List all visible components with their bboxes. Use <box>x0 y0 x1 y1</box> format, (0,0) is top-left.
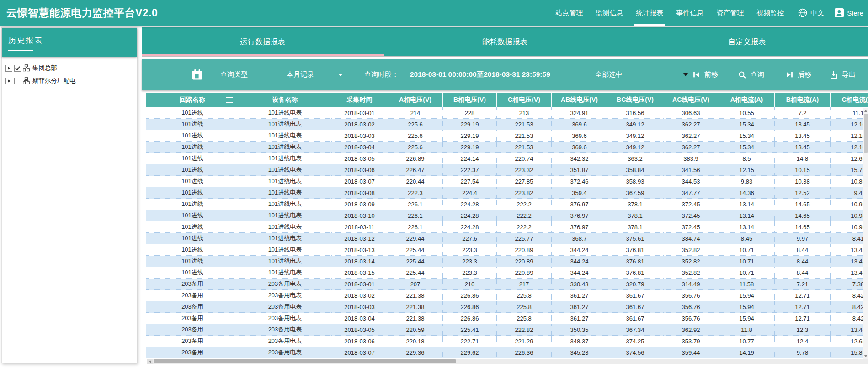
cell: 224.28 <box>443 210 497 221</box>
cell: 9.78 <box>775 347 831 358</box>
column-header-5[interactable]: B相电压(V) <box>443 93 497 107</box>
cell: 101进线电表 <box>239 221 331 233</box>
table-row[interactable]: 203备用203备用电表2018-03-03221.38226.86225.83… <box>146 301 868 313</box>
table-row[interactable]: 101进线101进线电表2018-03-01214228213324.91316… <box>146 107 868 119</box>
column-header-1[interactable]: 回路名称 <box>146 93 239 107</box>
column-header-6[interactable]: C相电压(V) <box>497 93 552 107</box>
column-header-10[interactable]: A相电流(A) <box>719 93 775 107</box>
table-row[interactable]: 203备用203备用电表2018-03-02221.38226.86225.83… <box>146 290 868 301</box>
cell: 10.38 <box>775 176 831 187</box>
cell: 203备用电表 <box>239 290 331 301</box>
query-toolbar: 查询类型 本月记录 查询时段： 2018-03-01 00:00:00至2018… <box>142 59 868 90</box>
column-header-3[interactable]: 采集时间 <box>331 93 388 107</box>
tree-item-1[interactable]: 集团总部 <box>2 62 137 74</box>
column-header-4[interactable]: A相电压(V) <box>388 93 443 107</box>
cell: 229.36 <box>388 347 443 358</box>
horizontal-scrollbar-thumb[interactable] <box>154 359 456 363</box>
table-row[interactable]: 101进线101进线电表2018-03-03225.6229.19221.533… <box>146 130 868 142</box>
prev-button[interactable]: 前移 <box>692 59 718 90</box>
cell: 101进线 <box>146 176 239 187</box>
device-select-all-value: 全部选中 <box>594 70 683 79</box>
search-button[interactable]: 查询 <box>738 59 764 90</box>
table-row[interactable]: 101进线101进线电表2018-03-05226.89224.14220.74… <box>146 153 868 164</box>
cell: 222.37 <box>443 164 497 176</box>
tab-3[interactable]: 自定义报表 <box>626 27 868 56</box>
table-row[interactable]: 203备用203备用电表2018-03-05220.59225.41222.82… <box>146 324 868 336</box>
cell: 15.94 <box>719 313 775 324</box>
next-button[interactable]: 后移 <box>786 59 811 90</box>
table-row[interactable]: 101进线101进线电表2018-03-12229.44227.6225.773… <box>146 233 868 244</box>
scroll-down-arrow-icon[interactable] <box>863 353 868 359</box>
nav-item-1[interactable]: 站点管理 <box>549 0 589 26</box>
table-row[interactable]: 203备用203备用电表2018-03-07229.36229.62226.36… <box>146 347 868 358</box>
cell: 226.86 <box>443 290 497 301</box>
cell: 347.77 <box>663 187 719 199</box>
cell: 372.45 <box>663 210 719 221</box>
nav-item-3[interactable]: 统计报表 <box>629 0 670 26</box>
table-row[interactable]: 203备用203备用电表2018-03-04221.38226.86225.83… <box>146 313 868 324</box>
table-row[interactable]: 101进线101进线电表2018-03-04225.6229.19221.533… <box>146 142 868 153</box>
query-period-value: 2018-03-01 00:00:00至2018-03-31 23:59:59 <box>410 59 550 90</box>
table-row[interactable]: 101进线101进线电表2018-03-06226.47222.37223.32… <box>146 164 868 176</box>
table-row[interactable]: 101进线101进线电表2018-03-08222.3224.4223.8235… <box>146 187 868 199</box>
device-select-all-dropdown[interactable]: 全部选中 <box>594 67 688 82</box>
cell: 226.1 <box>388 199 443 210</box>
vertical-scrollbar[interactable] <box>863 108 868 359</box>
table-row[interactable]: 101进线101进线电表2018-03-14225.44223.3220.893… <box>146 256 868 267</box>
query-type-select[interactable]: 本月记录 <box>287 59 314 90</box>
org-icon <box>23 77 30 84</box>
language-switcher[interactable]: 中文 <box>808 9 827 17</box>
cell: 356.76 <box>663 313 719 324</box>
export-button[interactable]: 导出 <box>830 59 856 90</box>
column-menu-icon[interactable] <box>226 97 233 103</box>
cell: 372.45 <box>663 199 719 210</box>
vertical-scrollbar-thumb[interactable] <box>864 114 868 153</box>
cell: 227.6 <box>443 233 497 244</box>
cell: 225.44 <box>388 244 443 256</box>
nav-item-5[interactable]: 资产管理 <box>710 0 750 26</box>
column-header-7[interactable]: AB线电压(V) <box>552 93 607 107</box>
column-header-9[interactable]: AC线电压(V) <box>663 93 719 107</box>
tree-item-2[interactable]: 斯菲尔分厂配电 <box>2 74 137 87</box>
table-row[interactable]: 101进线101进线电表2018-03-09226.1224.28222.237… <box>146 199 868 210</box>
column-header-11[interactable]: B相电流(A) <box>775 93 831 107</box>
nav-item-4[interactable]: 事件信息 <box>670 0 710 26</box>
column-header-12[interactable]: C相电流(A) <box>831 93 868 107</box>
table-row[interactable]: 203备用203备用电表2018-03-06220.18222.71221.29… <box>146 336 868 347</box>
cell: 349.12 <box>607 142 663 153</box>
query-type-caret-icon[interactable] <box>338 59 343 90</box>
cell: 203备用电表 <box>239 301 331 313</box>
cell: 2018-03-03 <box>331 130 388 142</box>
tab-2[interactable]: 能耗数据报表 <box>384 27 626 56</box>
checkbox-icon <box>14 78 21 84</box>
cell: 2018-03-02 <box>331 119 388 130</box>
user-icon[interactable] <box>834 8 844 18</box>
table-row[interactable]: 101进线101进线电表2018-03-15225.44223.3220.893… <box>146 267 868 279</box>
cell: 2018-03-15 <box>331 267 388 279</box>
globe-icon[interactable] <box>798 8 808 18</box>
scroll-up-arrow-icon[interactable] <box>863 108 868 113</box>
horizontal-scrollbar[interactable] <box>147 359 868 364</box>
column-header-2[interactable]: 设备名称 <box>239 93 331 107</box>
scroll-left-arrow-icon[interactable] <box>147 359 153 364</box>
column-header-8[interactable]: BC线电压(V) <box>607 93 663 107</box>
table-row[interactable]: 101进线101进线电表2018-03-07220.44227.54227.85… <box>146 176 868 187</box>
cell: 203备用电表 <box>239 279 331 290</box>
cell: 10.71 <box>719 256 775 267</box>
cell: 348.37 <box>552 336 607 347</box>
user-name[interactable]: Sfere <box>844 9 866 17</box>
cell: 378.1 <box>607 221 663 233</box>
device-tree: 集团总部斯菲尔分厂配电 <box>2 57 137 87</box>
cell: 342.32 <box>552 153 607 164</box>
nav-item-6[interactable]: 视频监控 <box>750 0 790 26</box>
nav-item-2[interactable]: 监测信息 <box>589 0 629 26</box>
cell: 353.79 <box>663 336 719 347</box>
table-row[interactable]: 101进线101进线电表2018-03-02225.6229.19221.533… <box>146 119 868 130</box>
table-row[interactable]: 203备用203备用电表2018-03-01207210217330.43320… <box>146 279 868 290</box>
cell: 344.24 <box>552 267 607 279</box>
table-row[interactable]: 101进线101进线电表2018-03-13225.44223.3220.893… <box>146 244 868 256</box>
table-row[interactable]: 101进线101进线电表2018-03-11226.1224.28222.237… <box>146 221 868 233</box>
table-row[interactable]: 101进线101进线电表2018-03-10226.1224.28222.237… <box>146 210 868 221</box>
tab-1[interactable]: 运行数据报表 <box>142 27 384 56</box>
cell: 101进线电表 <box>239 210 331 221</box>
